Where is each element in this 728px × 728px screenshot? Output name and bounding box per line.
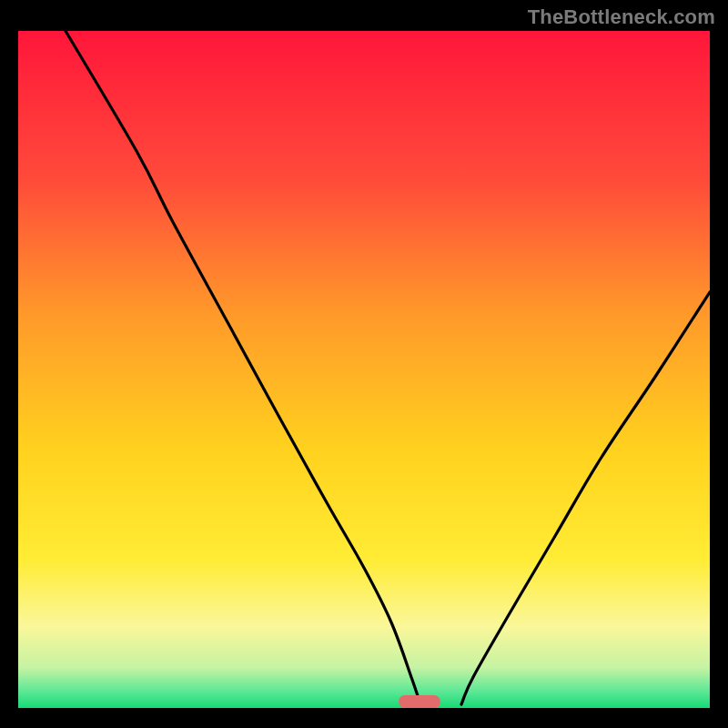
watermark-label: TheBottleneck.com [528, 5, 715, 29]
viewport: TheBottleneck.com [0, 0, 728, 728]
chart-svg [18, 31, 710, 708]
heat-gradient-background [18, 31, 710, 708]
chart-plot-area [18, 31, 710, 708]
optimal-marker [399, 695, 440, 708]
